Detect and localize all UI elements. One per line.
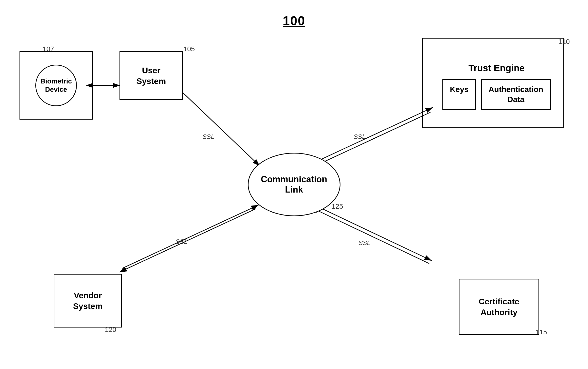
ssl-label-trust: SSL bbox=[354, 133, 366, 141]
communication-link-box: CommunicationLink bbox=[248, 153, 340, 216]
trust-engine-inner: Keys AuthenticationData bbox=[442, 79, 551, 110]
biometric-device-box: BiometricDevice bbox=[20, 51, 93, 120]
certificate-authority-label: CertificateAuthority bbox=[479, 296, 519, 318]
svg-line-9 bbox=[311, 207, 429, 264]
svg-line-4 bbox=[183, 93, 260, 166]
certificate-authority-box: CertificateAuthority bbox=[459, 279, 539, 335]
biometric-ref-num: 107 bbox=[43, 45, 54, 53]
biometric-device-label: BiometricDevice bbox=[40, 77, 72, 93]
trust-engine-title: Trust Engine bbox=[468, 62, 525, 74]
vendor-system-label: VendorSystem bbox=[73, 290, 103, 311]
user-system-box: UserSystem bbox=[120, 51, 183, 100]
user-system-ref-num: 105 bbox=[183, 45, 195, 53]
svg-line-7 bbox=[122, 205, 259, 268]
diagram-container: 100 bbox=[0, 0, 588, 369]
comm-link-label: CommunicationLink bbox=[261, 174, 327, 195]
ssl-label-cert: SSL bbox=[359, 239, 370, 247]
comm-link-ref-num: 125 bbox=[332, 203, 343, 210]
svg-line-6 bbox=[312, 107, 433, 164]
ssl-label-vendor: SSL bbox=[176, 238, 188, 246]
keys-box: Keys bbox=[442, 79, 476, 110]
diagram-title: 100 bbox=[283, 13, 305, 28]
auth-data-label: AuthenticationData bbox=[488, 85, 543, 104]
user-system-label: UserSystem bbox=[137, 65, 166, 86]
cert-auth-ref-num: 115 bbox=[536, 328, 547, 336]
keys-label: Keys bbox=[450, 85, 469, 94]
auth-data-box: AuthenticationData bbox=[481, 79, 551, 110]
vendor-system-ref-num: 120 bbox=[105, 326, 116, 334]
vendor-system-box: VendorSystem bbox=[54, 274, 122, 328]
svg-line-10 bbox=[313, 205, 432, 261]
svg-line-5 bbox=[310, 112, 430, 168]
biometric-circle: BiometricDevice bbox=[35, 65, 77, 106]
ssl-label-user: SSL bbox=[202, 133, 214, 141]
svg-line-8 bbox=[120, 209, 256, 272]
trust-engine-box: Trust Engine Keys AuthenticationData bbox=[422, 38, 564, 128]
trust-engine-ref-num: 110 bbox=[558, 38, 570, 46]
